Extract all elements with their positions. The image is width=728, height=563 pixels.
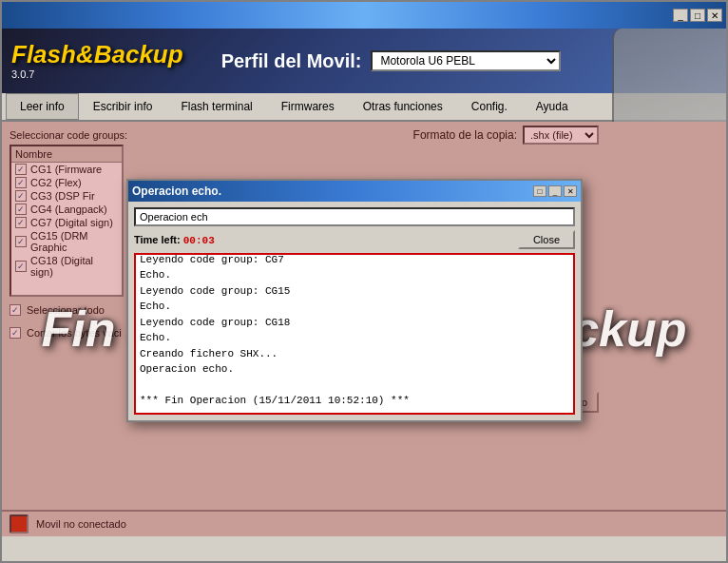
time-label: Time left: 00:03 [134,234,215,246]
nav-otras-funciones[interactable]: Otras funciones [349,93,457,120]
logo-text: Flash&Backup [11,42,183,67]
app-header: Flash&Backup 3.0.7 Perfil del Movil: Mot… [2,29,726,93]
nav-leer-info[interactable]: Leer info [6,93,79,120]
profile-label: Perfil del Movil: [221,50,362,72]
app-logo: Flash&Backup 3.0.7 [11,42,183,80]
time-value: 00:03 [183,235,215,246]
dialog-log[interactable]: Echo.Leyendo code group: CG4Echo.Leyendo… [134,253,575,415]
dialog-close-btn[interactable]: Close [518,230,575,249]
title-bar: _ □ ✕ [2,2,726,29]
dialog-restore-button[interactable]: □ [533,185,546,197]
dialog-input[interactable] [134,207,575,226]
main-window: _ □ ✕ Flash&Backup 3.0.7 Perfil del Movi… [0,0,728,563]
header-profile: Perfil del Movil: Motorola U6 PEBL [221,50,562,72]
echo-dialog: Operacion echo. □ _ ✕ Time left: 00:0 [126,179,583,422]
dialog-minimize-button[interactable]: _ [548,185,562,197]
dialog-body: Time left: 00:03 Close Echo.Leyendo code… [128,202,581,420]
nav-firmwares[interactable]: Firmwares [267,93,349,120]
title-bar-controls: _ □ ✕ [673,9,722,22]
modal-overlay: Fin del Proceso del Backup Operacion ech… [2,122,726,536]
logo-version: 3.0.7 [11,68,34,80]
profile-select[interactable]: Motorola U6 PEBL [371,50,561,71]
dialog-time-row: Time left: 00:03 Close [134,230,575,249]
close-button[interactable]: ✕ [707,9,722,22]
nav-flash-terminal[interactable]: Flash terminal [166,93,266,120]
minimize-button[interactable]: _ [673,9,688,22]
dialog-title-text: Operacion echo. [132,184,221,198]
dialog-close-button[interactable]: ✕ [564,185,577,197]
content-area: Seleccionar code groups: Nombre ✓ CG1 (F… [2,122,726,536]
maximize-button[interactable]: □ [690,9,705,22]
nav-ayuda[interactable]: Ayuda [522,93,583,120]
dialog-title-controls: □ _ ✕ [533,185,577,197]
nav-escribir-info[interactable]: Escribir info [79,93,167,120]
dialog-title-bar: Operacion echo. □ _ ✕ [128,181,581,202]
dialog-top-row [134,207,575,226]
nav-config[interactable]: Config. [457,93,522,120]
